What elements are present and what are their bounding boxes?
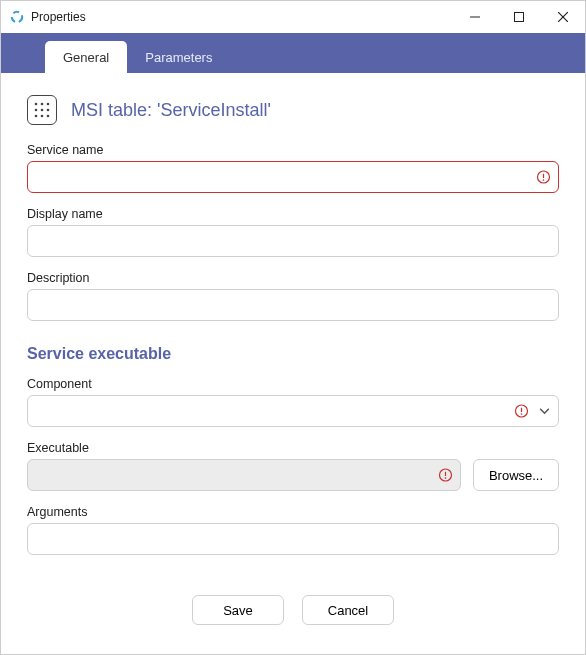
- arguments-input[interactable]: [27, 523, 559, 555]
- error-icon: [536, 170, 551, 185]
- component-combobox[interactable]: [27, 395, 559, 427]
- svg-point-5: [35, 103, 38, 106]
- service-name-label: Service name: [27, 143, 559, 157]
- svg-point-8: [35, 109, 38, 112]
- executable-input: [27, 459, 461, 491]
- description-label: Description: [27, 271, 559, 285]
- service-name-input[interactable]: [27, 161, 559, 193]
- component-label: Component: [27, 377, 559, 391]
- description-input[interactable]: [27, 289, 559, 321]
- tab-general[interactable]: General: [45, 41, 127, 73]
- svg-point-22: [445, 477, 447, 479]
- section-executable-title: Service executable: [27, 345, 559, 363]
- display-name-label: Display name: [27, 207, 559, 221]
- tab-parameters[interactable]: Parameters: [127, 41, 230, 73]
- svg-point-19: [521, 413, 523, 415]
- maximize-button[interactable]: [497, 1, 541, 33]
- svg-point-10: [47, 109, 50, 112]
- svg-point-13: [47, 115, 50, 118]
- arguments-label: Arguments: [27, 505, 559, 519]
- cancel-button[interactable]: Cancel: [302, 595, 394, 625]
- save-button[interactable]: Save: [192, 595, 284, 625]
- tabbar: General Parameters: [1, 33, 585, 73]
- error-icon: [438, 468, 453, 483]
- svg-point-9: [41, 109, 44, 112]
- close-button[interactable]: [541, 1, 585, 33]
- page-title: MSI table: 'ServiceInstall': [71, 100, 271, 121]
- svg-point-16: [543, 179, 545, 181]
- minimize-button[interactable]: [453, 1, 497, 33]
- error-icon: [514, 404, 529, 419]
- display-name-input[interactable]: [27, 225, 559, 257]
- svg-point-11: [35, 115, 38, 118]
- svg-point-6: [41, 103, 44, 106]
- svg-rect-2: [515, 13, 524, 22]
- window-title: Properties: [31, 10, 453, 24]
- content-panel: MSI table: 'ServiceInstall' Service name…: [1, 73, 585, 635]
- executable-label: Executable: [27, 441, 559, 455]
- titlebar: Properties: [1, 1, 585, 33]
- page-header: MSI table: 'ServiceInstall': [27, 95, 559, 125]
- app-icon: [9, 9, 25, 25]
- browse-button[interactable]: Browse...: [473, 459, 559, 491]
- svg-point-7: [47, 103, 50, 106]
- svg-point-0: [12, 12, 22, 22]
- svg-point-12: [41, 115, 44, 118]
- chevron-down-icon[interactable]: [538, 405, 551, 418]
- table-grid-icon: [27, 95, 57, 125]
